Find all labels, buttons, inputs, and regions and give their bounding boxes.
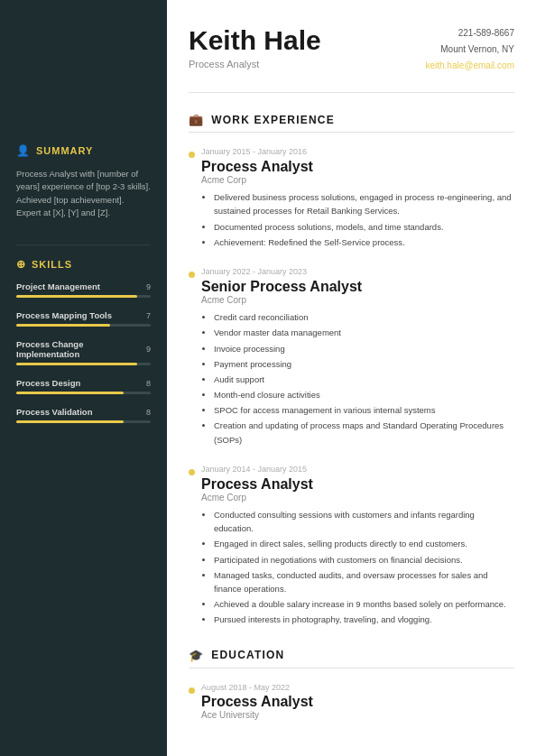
job-entry: January 2014 - January 2015 Process Anal… (189, 465, 514, 627)
job-bullet: Payment processing (214, 357, 514, 371)
job-bullet: Credit card reconciliation (214, 310, 514, 324)
job-entry: January 2022 - January 2023 Senior Proce… (189, 267, 514, 447)
skill-name: Process Validation (16, 407, 92, 417)
skills-heading: ⊕ SKILLS (16, 258, 151, 271)
email: keith.hale@email.com (425, 58, 514, 74)
education-heading: 🎓 EDUCATION (189, 649, 514, 668)
job-date: January 2022 - January 2023 (201, 267, 514, 276)
skill-bar-fill (16, 392, 124, 394)
job-bullets: Conducted consulting sessions with custo… (201, 508, 514, 627)
summary-text: Process Analyst with [number of years] e… (16, 168, 151, 219)
skill-score: 9 (146, 282, 151, 291)
job-bullets: Credit card reconciliationVendor master … (201, 310, 514, 447)
job-title: Process Analyst (201, 158, 514, 175)
main-content: Keith Hale Process Analyst 221-589-8667 … (167, 0, 536, 756)
edu-entry: August 2018 - May 2022 Process Analyst A… (189, 683, 514, 720)
education-list: August 2018 - May 2022 Process Analyst A… (189, 683, 514, 720)
resume-header: Keith Hale Process Analyst 221-589-8667 … (189, 0, 514, 93)
job-bullet: Participated in negotiations with custom… (214, 553, 514, 567)
skill-name: Process Design (16, 378, 80, 388)
skill-bar-fill (16, 363, 137, 365)
job-company: Acme Corp (201, 175, 514, 185)
candidate-name: Keith Hale (189, 25, 321, 55)
skill-bar-bg (16, 392, 151, 394)
header-left: Keith Hale Process Analyst (189, 25, 321, 69)
job-bullet: Vendor master data management (214, 326, 514, 339)
edu-degree: Process Analyst (201, 694, 514, 710)
skill-bar-fill (16, 295, 137, 298)
job-bullet: Month-end closure activities (214, 388, 514, 401)
job-bullet: Pursued interests in photography, travel… (214, 613, 514, 626)
skill-item: Process Change Implementation 9 (16, 339, 151, 365)
job-company: Acme Corp (201, 295, 514, 305)
skill-score: 8 (146, 408, 151, 417)
sidebar-divider (16, 244, 151, 245)
skill-score: 9 (146, 345, 151, 354)
graduation-icon: 🎓 (189, 649, 204, 662)
job-bullet: Invoice processing (214, 342, 514, 355)
skill-item: Process Mapping Tools 7 (16, 310, 151, 327)
job-bullet: SPOC for access management in various in… (214, 403, 514, 417)
skill-name: Project Management (16, 281, 100, 291)
edu-date: August 2018 - May 2022 (201, 683, 514, 692)
skill-item: Process Design 8 (16, 378, 151, 394)
job-bullet: Delivered business process solutions, en… (214, 190, 514, 217)
job-bullet: Managed tasks, conducted audits, and ove… (214, 568, 514, 595)
edu-school: Ace University (201, 710, 514, 720)
work-experience-heading: 💼 WORK EXPERIENCE (189, 113, 514, 133)
work-experience-section: 💼 WORK EXPERIENCE January 2015 - January… (189, 113, 514, 627)
skill-item: Project Management 9 (16, 281, 151, 298)
skill-bar-fill (16, 420, 124, 423)
job-company: Acme Corp (201, 493, 514, 502)
skills-section: ⊕ SKILLS Project Management 9 Process Ma… (16, 258, 151, 423)
phone: 221-589-8667 (425, 25, 514, 41)
skill-bar-fill (16, 324, 110, 327)
job-bullet: Conducted consulting sessions with custo… (214, 508, 514, 535)
job-bullet: Engaged in direct sales, selling product… (214, 537, 514, 550)
skill-bar-bg (16, 295, 151, 298)
header-right: 221-589-8667 Mount Vernon, NY keith.hale… (425, 25, 514, 74)
job-bullet: Documented process solutions, models, an… (214, 220, 514, 234)
job-date: January 2014 - January 2015 (201, 465, 514, 474)
job-bullet: Creation and updating of process maps an… (214, 419, 514, 446)
sidebar: 👤 SUMMARY Process Analyst with [number o… (0, 0, 167, 756)
candidate-title: Process Analyst (189, 59, 321, 69)
skill-name: Process Mapping Tools (16, 310, 112, 320)
education-section: 🎓 EDUCATION August 2018 - May 2022 Proce… (189, 649, 514, 720)
skills-icon: ⊕ (16, 258, 26, 271)
job-bullets: Delivered business process solutions, en… (201, 190, 514, 249)
job-bullet: Achievement: Redefined the Self-Service … (214, 235, 514, 249)
job-title: Process Analyst (201, 475, 514, 493)
jobs-list: January 2015 - January 2016 Process Anal… (189, 147, 514, 627)
skill-bar-bg (16, 363, 151, 365)
skill-score: 7 (146, 311, 151, 320)
job-date: January 2015 - January 2016 (201, 147, 514, 156)
person-icon: 👤 (16, 144, 31, 157)
skill-bar-bg (16, 420, 151, 423)
skill-bar-bg (16, 324, 151, 327)
job-title: Senior Process Analyst (201, 278, 514, 295)
job-bullet: Audit support (214, 373, 514, 386)
skill-name: Process Change Implementation (16, 339, 146, 359)
job-bullet: Achieved a double salary increase in 9 m… (214, 597, 514, 611)
briefcase-icon: 💼 (189, 113, 204, 126)
skills-list: Project Management 9 Process Mapping Too… (16, 281, 151, 423)
job-entry: January 2015 - January 2016 Process Anal… (189, 147, 514, 249)
skill-score: 8 (146, 379, 151, 388)
location: Mount Vernon, NY (425, 41, 514, 58)
skill-item: Process Validation 8 (16, 407, 151, 423)
summary-heading: 👤 SUMMARY (16, 144, 151, 157)
